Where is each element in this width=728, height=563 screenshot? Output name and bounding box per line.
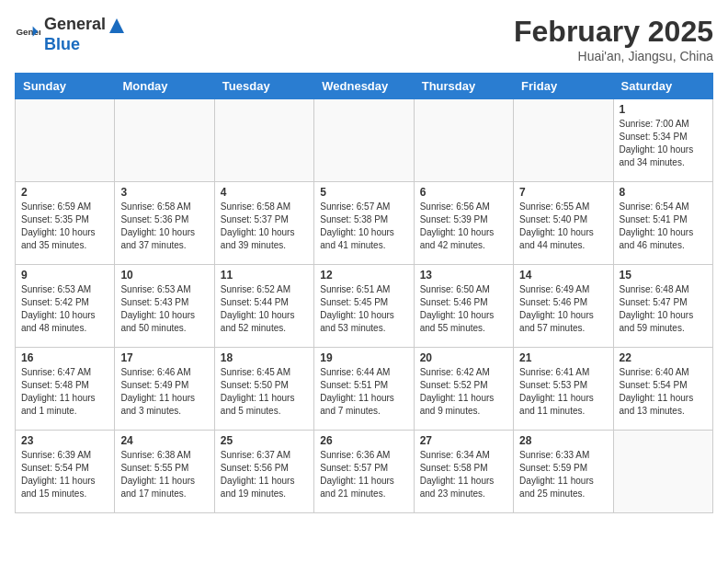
title-block: February 2025 Huai'an, Jiangsu, China <box>514 15 713 63</box>
day-number: 20 <box>420 351 507 364</box>
day-number: 14 <box>519 269 607 282</box>
calendar-cell: 16Sunrise: 6:47 AM Sunset: 5:48 PM Dayli… <box>16 348 115 431</box>
day-number: 21 <box>519 351 607 364</box>
day-number: 15 <box>620 269 707 282</box>
day-info: Sunrise: 6:52 AM Sunset: 5:44 PM Dayligh… <box>221 283 308 335</box>
day-number: 11 <box>221 269 308 282</box>
day-number: 12 <box>320 269 407 282</box>
day-number: 5 <box>320 186 407 199</box>
calendar-cell: 24Sunrise: 6:38 AM Sunset: 5:55 PM Dayli… <box>115 431 214 513</box>
calendar-table: SundayMondayTuesdayWednesdayThursdayFrid… <box>15 73 713 513</box>
day-number: 7 <box>519 186 607 199</box>
day-info: Sunrise: 6:59 AM Sunset: 5:35 PM Dayligh… <box>21 201 108 252</box>
day-number: 10 <box>120 269 208 282</box>
logo-triangle-icon <box>108 17 126 35</box>
day-info: Sunrise: 6:55 AM Sunset: 5:40 PM Dayligh… <box>519 201 607 252</box>
day-number: 4 <box>221 186 308 199</box>
day-info: Sunrise: 6:53 AM Sunset: 5:42 PM Dayligh… <box>21 283 108 335</box>
day-number: 17 <box>120 351 208 364</box>
svg-marker-1 <box>109 18 124 33</box>
calendar-cell <box>314 99 414 182</box>
day-info: Sunrise: 6:58 AM Sunset: 5:37 PM Dayligh… <box>221 201 308 252</box>
calendar-cell: 5Sunrise: 6:57 AM Sunset: 5:38 PM Daylig… <box>314 182 414 265</box>
day-info: Sunrise: 6:45 AM Sunset: 5:50 PM Dayligh… <box>221 366 308 418</box>
day-number: 13 <box>420 269 507 282</box>
calendar-cell: 13Sunrise: 6:50 AM Sunset: 5:46 PM Dayli… <box>414 265 513 348</box>
day-number: 8 <box>620 186 707 199</box>
logo: General General Blue <box>15 15 128 54</box>
calendar-cell: 25Sunrise: 6:37 AM Sunset: 5:56 PM Dayli… <box>214 431 313 513</box>
day-info: Sunrise: 6:40 AM Sunset: 5:54 PM Dayligh… <box>620 366 707 418</box>
day-info: Sunrise: 6:47 AM Sunset: 5:48 PM Dayligh… <box>21 366 108 418</box>
week-row-0: 1Sunrise: 7:00 AM Sunset: 5:34 PM Daylig… <box>16 99 713 182</box>
day-number: 23 <box>21 434 108 447</box>
calendar-cell: 9Sunrise: 6:53 AM Sunset: 5:42 PM Daylig… <box>16 265 115 348</box>
calendar-cell: 4Sunrise: 6:58 AM Sunset: 5:37 PM Daylig… <box>214 182 313 265</box>
day-number: 3 <box>120 186 208 199</box>
day-info: Sunrise: 6:37 AM Sunset: 5:56 PM Dayligh… <box>221 449 308 500</box>
day-info: Sunrise: 6:57 AM Sunset: 5:38 PM Dayligh… <box>320 201 407 252</box>
calendar-cell: 14Sunrise: 6:49 AM Sunset: 5:46 PM Dayli… <box>514 265 613 348</box>
calendar-cell: 7Sunrise: 6:55 AM Sunset: 5:40 PM Daylig… <box>514 182 613 265</box>
logo-blue: Blue <box>44 35 80 53</box>
day-number: 26 <box>320 434 407 447</box>
weekday-header-wednesday: Wednesday <box>314 74 414 99</box>
calendar-cell <box>414 99 513 182</box>
calendar-cell: 23Sunrise: 6:39 AM Sunset: 5:54 PM Dayli… <box>16 431 115 513</box>
week-row-2: 9Sunrise: 6:53 AM Sunset: 5:42 PM Daylig… <box>16 265 713 348</box>
day-number: 18 <box>221 351 308 364</box>
calendar-cell: 22Sunrise: 6:40 AM Sunset: 5:54 PM Dayli… <box>613 348 712 431</box>
weekday-header-monday: Monday <box>115 74 214 99</box>
calendar-cell: 21Sunrise: 6:41 AM Sunset: 5:53 PM Dayli… <box>514 348 613 431</box>
day-info: Sunrise: 6:49 AM Sunset: 5:46 PM Dayligh… <box>519 283 607 335</box>
day-info: Sunrise: 6:39 AM Sunset: 5:54 PM Dayligh… <box>21 449 108 500</box>
calendar-cell: 27Sunrise: 6:34 AM Sunset: 5:58 PM Dayli… <box>414 431 513 513</box>
day-info: Sunrise: 6:51 AM Sunset: 5:45 PM Dayligh… <box>320 283 407 335</box>
page-header: General General Blue February 2025 Huai'… <box>15 15 713 63</box>
day-info: Sunrise: 6:33 AM Sunset: 5:59 PM Dayligh… <box>519 449 607 500</box>
calendar-cell: 19Sunrise: 6:44 AM Sunset: 5:51 PM Dayli… <box>314 348 414 431</box>
calendar-cell: 2Sunrise: 6:59 AM Sunset: 5:35 PM Daylig… <box>16 182 115 265</box>
location: Huai'an, Jiangsu, China <box>514 49 713 63</box>
day-info: Sunrise: 6:48 AM Sunset: 5:47 PM Dayligh… <box>620 283 707 335</box>
week-row-3: 16Sunrise: 6:47 AM Sunset: 5:48 PM Dayli… <box>16 348 713 431</box>
calendar-cell: 12Sunrise: 6:51 AM Sunset: 5:45 PM Dayli… <box>314 265 414 348</box>
day-info: Sunrise: 6:54 AM Sunset: 5:41 PM Dayligh… <box>620 201 707 252</box>
calendar-cell: 8Sunrise: 6:54 AM Sunset: 5:41 PM Daylig… <box>613 182 712 265</box>
weekday-header-saturday: Saturday <box>613 74 712 99</box>
day-number: 24 <box>120 434 208 447</box>
day-info: Sunrise: 6:46 AM Sunset: 5:49 PM Dayligh… <box>120 366 208 418</box>
day-info: Sunrise: 6:53 AM Sunset: 5:43 PM Dayligh… <box>120 283 208 335</box>
calendar-cell: 3Sunrise: 6:58 AM Sunset: 5:36 PM Daylig… <box>115 182 214 265</box>
day-number: 28 <box>519 434 607 447</box>
day-info: Sunrise: 6:36 AM Sunset: 5:57 PM Dayligh… <box>320 449 407 500</box>
day-info: Sunrise: 6:41 AM Sunset: 5:53 PM Dayligh… <box>519 366 607 418</box>
day-number: 1 <box>620 103 707 116</box>
day-info: Sunrise: 7:00 AM Sunset: 5:34 PM Dayligh… <box>620 118 707 169</box>
day-info: Sunrise: 6:44 AM Sunset: 5:51 PM Dayligh… <box>320 366 407 418</box>
calendar-cell <box>613 431 712 513</box>
calendar-cell <box>16 99 115 182</box>
calendar-cell <box>115 99 214 182</box>
day-number: 27 <box>420 434 507 447</box>
day-number: 22 <box>620 351 707 364</box>
calendar-cell: 17Sunrise: 6:46 AM Sunset: 5:49 PM Dayli… <box>115 348 214 431</box>
day-info: Sunrise: 6:34 AM Sunset: 5:58 PM Dayligh… <box>420 449 507 500</box>
day-info: Sunrise: 6:58 AM Sunset: 5:36 PM Dayligh… <box>120 201 208 252</box>
month-year: February 2025 <box>514 15 713 49</box>
day-number: 2 <box>21 186 108 199</box>
week-row-4: 23Sunrise: 6:39 AM Sunset: 5:54 PM Dayli… <box>16 431 713 513</box>
calendar-cell <box>514 99 613 182</box>
weekday-header-row: SundayMondayTuesdayWednesdayThursdayFrid… <box>16 74 713 99</box>
day-info: Sunrise: 6:38 AM Sunset: 5:55 PM Dayligh… <box>120 449 208 500</box>
calendar-cell: 15Sunrise: 6:48 AM Sunset: 5:47 PM Dayli… <box>613 265 712 348</box>
calendar-cell: 10Sunrise: 6:53 AM Sunset: 5:43 PM Dayli… <box>115 265 214 348</box>
calendar-cell: 20Sunrise: 6:42 AM Sunset: 5:52 PM Dayli… <box>414 348 513 431</box>
weekday-header-sunday: Sunday <box>16 74 115 99</box>
day-number: 16 <box>21 351 108 364</box>
calendar-cell: 11Sunrise: 6:52 AM Sunset: 5:44 PM Dayli… <box>214 265 313 348</box>
logo-icon: General <box>15 21 40 47</box>
calendar-cell <box>214 99 313 182</box>
calendar-cell: 26Sunrise: 6:36 AM Sunset: 5:57 PM Dayli… <box>314 431 414 513</box>
day-number: 6 <box>420 186 507 199</box>
